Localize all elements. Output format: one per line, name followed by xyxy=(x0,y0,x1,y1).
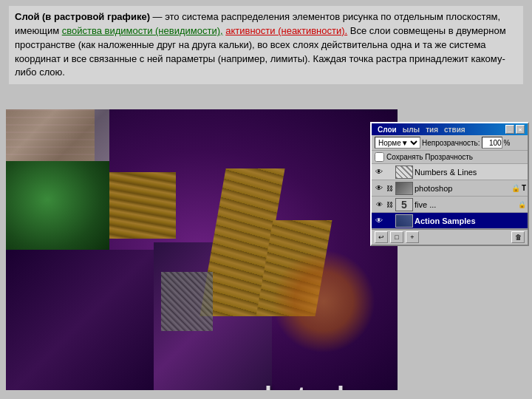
watermark-1: photoshop xyxy=(248,381,386,390)
eye-icon[interactable]: 👁 xyxy=(373,215,385,227)
type-icon: T xyxy=(522,184,526,192)
tab-actions[interactable]: ствия xyxy=(441,126,468,134)
new-fill-layer-button[interactable]: □ xyxy=(390,231,403,243)
collage-patch-1 xyxy=(161,272,213,331)
opacity-unit: % xyxy=(504,139,511,147)
visibility-link[interactable]: свойства видимости (невидимости), xyxy=(62,25,223,36)
lock-icon: 🔒 xyxy=(518,201,526,208)
opacity-input[interactable] xyxy=(482,137,502,149)
layer-thumbnail xyxy=(395,182,413,195)
tab-paths[interactable]: тия xyxy=(423,126,441,134)
layer-name: Action Samples xyxy=(415,216,526,225)
circle-shape xyxy=(272,250,375,353)
tab-layers[interactable]: Слои xyxy=(375,126,400,134)
layer-thumbnail xyxy=(395,214,413,228)
layer-photoshop[interactable]: 👁 ⛓ photoshop 🔒 T xyxy=(372,180,528,197)
dark-section-1 xyxy=(6,250,161,390)
blend-mode-select[interactable]: Норме▼ xyxy=(375,137,420,149)
layers-bottom-toolbar: ↩ □ + 🗑 xyxy=(372,229,528,245)
minimize-button[interactable]: _ xyxy=(505,125,514,134)
layer-name: Numbers & Lines xyxy=(415,168,526,177)
chain-icon xyxy=(385,166,394,178)
activity-link[interactable]: активности (неактивности). xyxy=(225,25,347,36)
preserve-transparency-label: Сохранять Прозрачность xyxy=(386,153,473,161)
window-controls: _ × xyxy=(505,125,525,134)
layers-panel: Слои ылы тия ствия _ × Норме▼ Непрозрачн… xyxy=(370,122,529,246)
layer-five[interactable]: 👁 ⛓ 5 five ... 🔒 xyxy=(372,197,528,213)
layer-name: photoshop xyxy=(415,184,511,193)
close-button[interactable]: × xyxy=(516,125,525,134)
preserve-transparency-checkbox[interactable] xyxy=(375,152,384,162)
chain-icon xyxy=(385,215,394,227)
layer-icon-group: 🔒 xyxy=(518,201,526,208)
opacity-label: Непрозрачность: xyxy=(422,139,480,147)
delete-layer-button[interactable]: 🗑 xyxy=(511,231,525,243)
layer-thumbnail xyxy=(395,166,413,179)
layer-action-samples[interactable]: 👁 Action Samples xyxy=(372,213,528,229)
preserve-transparency-row: Сохранять Прозрачность xyxy=(372,151,528,164)
layer-thumbnail: 5 xyxy=(395,198,413,211)
layer-tabs: Слои ылы тия ствия xyxy=(375,126,468,134)
title-text: Слой (в растровой графике) xyxy=(15,11,150,22)
layer-numbers-lines[interactable]: 👁 Numbers & Lines xyxy=(372,164,528,180)
layers-title-bar: Слои ылы тия ствия _ × xyxy=(372,123,528,135)
description-block: Слой (в растровой графике) — это система… xyxy=(9,6,523,84)
chain-icon: ⛓ xyxy=(385,199,394,211)
green-creature-img xyxy=(6,161,109,257)
layer-name: five ... xyxy=(415,200,518,209)
new-layer-button[interactable]: + xyxy=(406,231,419,243)
lock-icon: 🔒 xyxy=(511,184,520,192)
dash: — xyxy=(150,11,165,22)
wood-texture xyxy=(102,172,176,239)
eye-icon[interactable]: 👁 xyxy=(373,166,385,178)
eye-icon[interactable]: 👁 xyxy=(373,199,385,211)
image-collage: photoshop photoshop xyxy=(6,109,398,390)
blend-opacity-row: Норме▼ Непрозрачность: % xyxy=(372,135,528,151)
new-layer-set-button[interactable]: ↩ xyxy=(375,231,388,243)
eye-icon[interactable]: 👁 xyxy=(373,183,385,194)
chain-icon: ⛓ xyxy=(385,183,394,194)
tab-channels[interactable]: ылы xyxy=(400,126,423,134)
layer-icon-group: 🔒 T xyxy=(511,184,526,192)
